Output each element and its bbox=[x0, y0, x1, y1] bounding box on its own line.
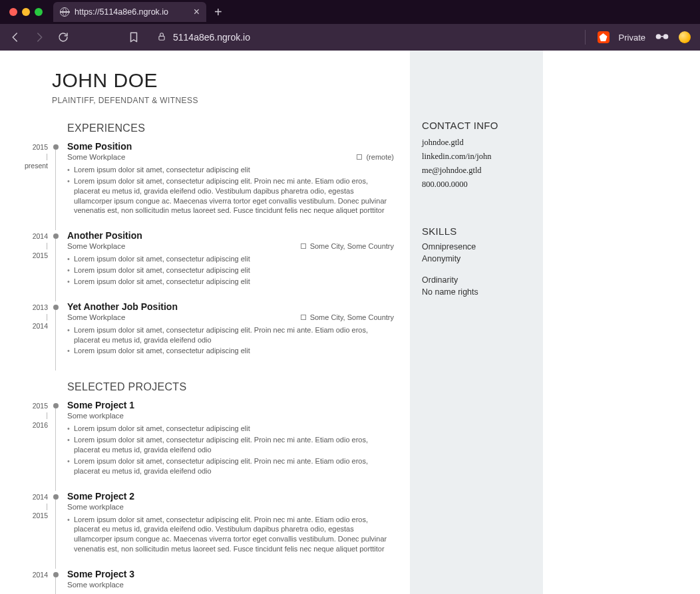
entry-location: (remote) bbox=[357, 153, 394, 161]
toolbar: 5114a8e6.ngrok.io Private bbox=[0, 24, 700, 51]
lock-icon bbox=[157, 32, 166, 43]
timeline-dot bbox=[53, 144, 59, 150]
minimize-window-button[interactable] bbox=[22, 8, 30, 16]
bullet-item: Lorem ipsum dolor sit amet, consectetur … bbox=[67, 435, 394, 455]
map-marker-icon bbox=[301, 315, 306, 320]
entry-title: Some Position bbox=[67, 141, 132, 152]
timeline-entry: 2014|2015 Another Position Some Workplac… bbox=[67, 230, 410, 287]
bullet-item: Lorem ipsum dolor sit amet, consectetur … bbox=[67, 325, 394, 345]
bullet-item: Lorem ipsum dolor sit amet, consectetur … bbox=[67, 265, 394, 275]
globe-icon bbox=[60, 7, 69, 17]
entry-bullets: Lorem ipsum dolor sit amet, consectetur … bbox=[67, 165, 394, 216]
entry-bullets: Lorem ipsum dolor sit amet, consectetur … bbox=[67, 325, 394, 357]
skills-block: SKILLS OmnipresenceAnonymity OrdinarityN… bbox=[422, 225, 531, 297]
tab-title: https://5114a8e6.ngrok.io bbox=[75, 7, 168, 17]
skills-group: OmnipresenceAnonymity bbox=[422, 242, 531, 263]
bullet-item: Lorem ipsum dolor sit amet, consectetur … bbox=[67, 346, 394, 356]
contact-item: me@johndoe.gtld bbox=[422, 166, 531, 176]
skill-item: Ordinarity bbox=[422, 275, 531, 285]
timeline-line bbox=[55, 307, 56, 371]
timeline-line bbox=[55, 146, 56, 230]
timeline-dot bbox=[53, 403, 59, 408]
section-header-experiences: EXPERIENCES bbox=[67, 122, 410, 134]
entry-org: Some Workplace bbox=[67, 242, 125, 250]
bullet-item: Lorem ipsum dolor sit amet, consectetur … bbox=[67, 456, 394, 476]
forward-button[interactable] bbox=[33, 31, 45, 43]
timeline-dates: 2014 bbox=[0, 570, 48, 579]
entry-title: Some Project 3 bbox=[67, 569, 134, 579]
incognito-icon bbox=[655, 31, 669, 43]
contact-item: linkedin.com/in/john bbox=[422, 152, 531, 162]
main-column: JOHN DOE PLAINTIFF, DEFENDANT & WITNESS … bbox=[0, 51, 410, 594]
contact-list: johndoe.gtldlinkedin.com/in/johnme@johnd… bbox=[422, 138, 531, 190]
entry-org: Some workplace bbox=[67, 412, 124, 420]
timeline-dates: 2015|2016 bbox=[0, 401, 48, 430]
timeline-dates: 2014|2015 bbox=[0, 231, 48, 260]
person-subtitle: PLAINTIFF, DEFENDANT & WITNESS bbox=[52, 96, 410, 105]
entry-org: Some workplace bbox=[67, 503, 124, 511]
timeline-entry: 2015|present Some Position Some Workplac… bbox=[67, 141, 410, 216]
private-mode-label: Private bbox=[619, 33, 645, 43]
section-header-projects: SELECTED PROJECTS bbox=[67, 381, 410, 393]
bookmark-icon[interactable] bbox=[128, 31, 140, 43]
timeline-line bbox=[55, 235, 56, 301]
entry-bullets: Lorem ipsum dolor sit amet, consectetur … bbox=[67, 424, 394, 476]
entry-org: Some workplace bbox=[67, 581, 124, 589]
timeline-entry: 2015|2016 Some Project 1 Some workplace … bbox=[67, 400, 410, 476]
bullet-item: Lorem ipsum dolor sit amet, consectetur … bbox=[67, 254, 394, 264]
page-viewport[interactable]: JOHN DOE PLAINTIFF, DEFENDANT & WITNESS … bbox=[0, 51, 700, 594]
bullet-item: Lorem ipsum dolor sit amet, consectetur … bbox=[67, 515, 394, 554]
entry-title: Some Project 1 bbox=[67, 400, 134, 410]
back-button[interactable] bbox=[9, 31, 21, 43]
toolbar-separator bbox=[585, 30, 586, 45]
entry-bullets: Lorem ipsum dolor sit amet, consectetur … bbox=[67, 254, 394, 287]
entry-title: Another Position bbox=[67, 230, 142, 241]
resume-page: JOHN DOE PLAINTIFF, DEFENDANT & WITNESS … bbox=[0, 51, 700, 594]
skill-item: No name rights bbox=[422, 287, 531, 297]
close-window-button[interactable] bbox=[9, 8, 17, 16]
map-marker-icon bbox=[357, 154, 362, 160]
timeline-dates: 2015|present bbox=[0, 142, 48, 171]
skill-item: Omnipresence bbox=[422, 242, 531, 251]
toolbar-right: Private bbox=[585, 30, 691, 45]
timeline-dates: 2013|2014 bbox=[0, 303, 48, 331]
bullet-item: Lorem ipsum dolor sit amet, consectetur … bbox=[67, 424, 394, 434]
timeline-entry: 2013|2014 Yet Another Job Position Some … bbox=[67, 301, 410, 357]
entry-location: Some City, Some Country bbox=[301, 242, 394, 250]
timeline-dot bbox=[53, 494, 59, 500]
close-tab-icon[interactable]: × bbox=[194, 7, 200, 17]
svg-point-1 bbox=[656, 34, 661, 39]
browser-tab[interactable]: https://5114a8e6.ngrok.io × bbox=[53, 2, 206, 22]
bullet-item: Lorem ipsum dolor sit amet, consectetur … bbox=[67, 277, 394, 287]
svg-rect-0 bbox=[159, 36, 164, 40]
timeline-line bbox=[55, 496, 56, 569]
contact-item: johndoe.gtld bbox=[422, 138, 531, 148]
skill-item: Anonymity bbox=[422, 254, 531, 263]
contact-item: 800.000.0000 bbox=[422, 180, 531, 190]
window-controls bbox=[9, 8, 43, 16]
url-text: 5114a8e6.ngrok.io bbox=[173, 32, 250, 43]
brave-rewards-icon[interactable] bbox=[679, 31, 691, 43]
timeline-dot bbox=[53, 305, 59, 310]
timeline-dates: 2014|2015 bbox=[0, 492, 48, 521]
brave-shield-icon[interactable] bbox=[598, 31, 610, 43]
reload-button[interactable] bbox=[57, 31, 69, 43]
timeline-entry: 2014 Some Project 3 Some workplace Lorem… bbox=[67, 569, 410, 594]
entry-title: Some Project 2 bbox=[67, 491, 134, 502]
browser-chrome: https://5114a8e6.ngrok.io × + 5114a8e6.n… bbox=[0, 0, 700, 51]
address-bar[interactable]: 5114a8e6.ngrok.io bbox=[157, 28, 250, 47]
sidebar-contact-header: CONTACT INFO bbox=[422, 120, 531, 131]
map-marker-icon bbox=[301, 243, 306, 249]
svg-rect-3 bbox=[661, 36, 663, 37]
header-block: JOHN DOE PLAINTIFF, DEFENDANT & WITNESS bbox=[52, 69, 410, 105]
tab-bar: https://5114a8e6.ngrok.io × + bbox=[0, 0, 700, 24]
bullet-item: Lorem ipsum dolor sit amet, consectetur … bbox=[67, 176, 394, 216]
maximize-window-button[interactable] bbox=[35, 8, 43, 16]
entry-title: Yet Another Job Position bbox=[67, 301, 178, 312]
timeline-dot bbox=[53, 572, 59, 577]
entry-org: Some Workplace bbox=[67, 313, 125, 321]
entry-location: Some City, Some Country bbox=[301, 313, 394, 321]
timeline-entry: 2014|2015 Some Project 2 Some workplace … bbox=[67, 491, 410, 554]
new-tab-button[interactable]: + bbox=[214, 5, 222, 20]
timeline-line bbox=[55, 405, 56, 490]
